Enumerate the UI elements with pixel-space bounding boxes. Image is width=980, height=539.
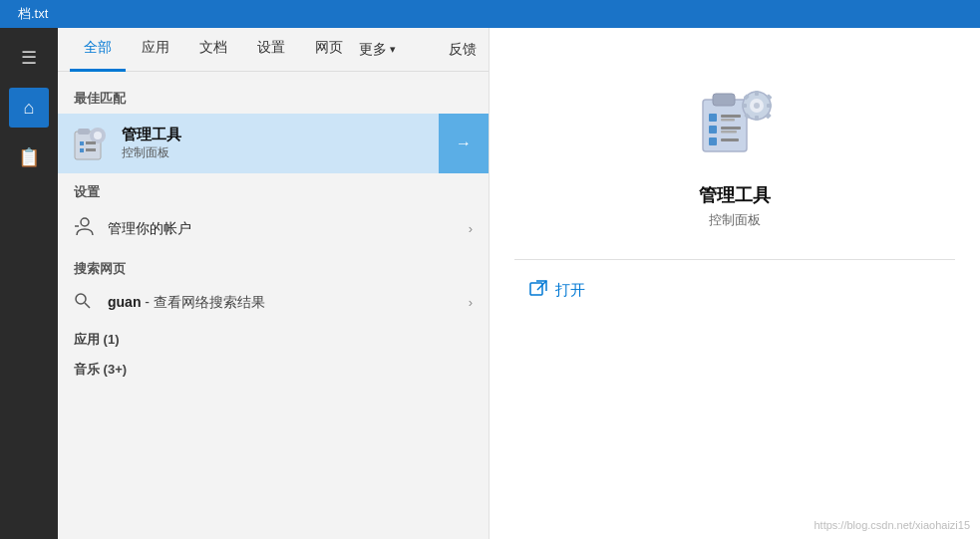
svg-rect-25 xyxy=(755,91,759,96)
svg-rect-14 xyxy=(709,114,717,122)
svg-rect-28 xyxy=(767,104,772,108)
svg-rect-21 xyxy=(721,138,739,141)
svg-line-11 xyxy=(85,303,90,308)
tab-docs[interactable]: 文档 xyxy=(185,28,241,72)
svg-rect-33 xyxy=(530,283,542,295)
tab-web[interactable]: 网页 xyxy=(301,28,357,72)
web-search-text: guan - 查看网络搜索结果 xyxy=(108,294,265,312)
sidebar-menu-icon[interactable]: ☰ xyxy=(9,38,49,78)
svg-rect-6 xyxy=(86,141,96,144)
svg-rect-26 xyxy=(755,116,759,121)
svg-rect-18 xyxy=(721,127,741,130)
svg-rect-15 xyxy=(721,115,741,118)
top-bar-title: 档.txt xyxy=(18,5,48,23)
tab-more[interactable]: 更多 ▾ xyxy=(359,41,396,59)
svg-point-10 xyxy=(76,294,86,304)
sidebar: ☰ ⌂ 📋 xyxy=(0,28,58,539)
search-panel: 全部 应用 文档 设置 网页 更多 ▾ 反馈 最佳匹配 xyxy=(58,28,489,539)
svg-point-8 xyxy=(81,218,89,226)
open-label: 打开 xyxy=(555,281,585,300)
web-search-keyword: guan xyxy=(108,294,141,310)
tab-settings[interactable]: 设置 xyxy=(243,28,299,72)
svg-rect-1 xyxy=(78,129,90,135)
svg-rect-17 xyxy=(709,126,717,134)
svg-rect-13 xyxy=(713,94,735,106)
svg-point-3 xyxy=(94,132,102,139)
detail-title: 管理工具 xyxy=(699,183,771,207)
best-match-text: 管理工具 控制面板 xyxy=(122,126,181,161)
music-category-label: 音乐 (3+) xyxy=(58,353,489,383)
svg-rect-27 xyxy=(742,104,747,108)
tab-more-label: 更多 xyxy=(359,41,387,59)
web-search-label: 搜索网页 xyxy=(58,252,489,282)
tab-apps[interactable]: 应用 xyxy=(128,28,183,72)
sidebar-clipboard-icon[interactable]: 📋 xyxy=(9,137,49,177)
best-match-title: 管理工具 xyxy=(122,126,181,144)
user-icon xyxy=(74,215,98,242)
admin-tools-icon-small xyxy=(70,124,110,163)
open-button[interactable]: 打开 xyxy=(529,280,585,301)
detail-divider xyxy=(514,259,956,260)
feedback-button[interactable]: 反馈 xyxy=(449,41,477,59)
sidebar-home-icon[interactable]: ⌂ xyxy=(9,88,49,128)
svg-point-24 xyxy=(754,103,760,109)
web-search-suffix: - 查看网络搜索结果 xyxy=(141,294,264,310)
manage-account-arrow-icon: › xyxy=(469,221,473,236)
svg-rect-19 xyxy=(721,131,737,134)
detail-panel: 管理工具 控制面板 打开 xyxy=(489,28,980,539)
svg-rect-16 xyxy=(721,119,735,122)
web-search-item[interactable]: guan - 查看网络搜索结果 › xyxy=(58,282,489,323)
best-match-item[interactable]: 管理工具 控制面板 → xyxy=(58,114,489,173)
app-category-label: 应用 (1) xyxy=(58,323,489,353)
manage-account-item[interactable]: 管理你的帐户 › xyxy=(58,205,489,252)
svg-rect-5 xyxy=(80,148,84,152)
top-bar: 档.txt xyxy=(0,0,980,28)
best-match-arrow-icon[interactable]: → xyxy=(439,114,489,173)
detail-icon-container xyxy=(685,78,785,167)
settings-section-label: 设置 xyxy=(58,175,489,205)
manage-account-text: 管理你的帐户 xyxy=(108,220,469,238)
tab-bar: 全部 应用 文档 设置 网页 更多 ▾ 反馈 xyxy=(58,28,489,72)
svg-rect-7 xyxy=(86,148,96,151)
chevron-down-icon: ▾ xyxy=(390,43,396,56)
results-area: 最佳匹配 管理工具 控制面板 xyxy=(58,72,489,539)
search-icon xyxy=(74,292,98,313)
best-match-label: 最佳匹配 xyxy=(58,82,489,112)
watermark: https://blog.csdn.net/xiaohaizi15 xyxy=(814,519,970,531)
detail-subtitle: 控制面板 xyxy=(709,211,761,229)
best-match-subtitle: 控制面板 xyxy=(122,144,181,161)
open-icon xyxy=(529,280,547,301)
svg-rect-20 xyxy=(709,137,717,145)
web-search-arrow-icon: › xyxy=(469,295,473,310)
svg-rect-4 xyxy=(80,141,84,145)
tab-all[interactable]: 全部 xyxy=(70,28,126,72)
